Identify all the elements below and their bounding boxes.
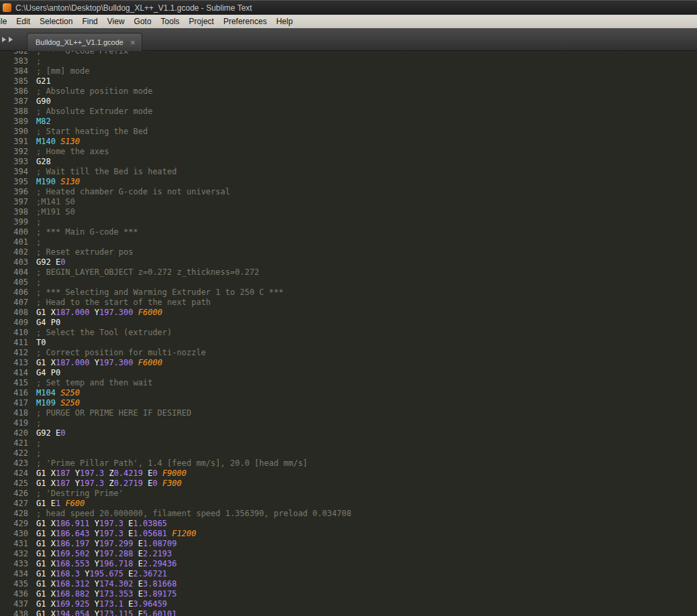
- code-line[interactable]: 417M109 S250: [0, 398, 697, 408]
- code-line[interactable]: 389M82: [0, 117, 697, 127]
- code-line[interactable]: 426; 'Destring Prime': [0, 489, 697, 499]
- token-command: E: [133, 539, 143, 548]
- code-line[interactable]: 425G1 X187 Y197.3 Z0.2719 E0 F300: [0, 479, 697, 489]
- title-bar[interactable]: C:\Users\anton\Desktop\Bulldog_XL++_V1.1…: [0, 0, 697, 15]
- code-line[interactable]: 405;: [0, 278, 697, 288]
- code-line[interactable]: 422;: [0, 448, 697, 458]
- code-line[interactable]: 434G1 X168.3 Y195.675 E2.36721: [0, 569, 697, 579]
- code-line[interactable]: 438G1 X194.054 Y173.115 E5.60101: [0, 609, 697, 616]
- menu-item-selection[interactable]: Selection: [35, 15, 77, 28]
- code-line[interactable]: 398;M191 S0: [0, 207, 697, 217]
- token-command: Y: [89, 539, 99, 548]
- code-text: M190 S130: [36, 177, 80, 187]
- code-line[interactable]: 386; Absolute position mode: [0, 86, 697, 97]
- code-line[interactable]: 420G92 E0: [0, 428, 697, 438]
- tab-scroll-right-icon[interactable]: [9, 37, 13, 42]
- code-line[interactable]: 424G1 X187 Y197.3 Z0.4219 E0 F9000: [0, 469, 697, 479]
- code-line[interactable]: 384; [mm] mode: [0, 66, 697, 76]
- line-number: 394: [0, 167, 28, 177]
- line-number: 388: [0, 107, 28, 117]
- line-number: 421: [0, 438, 28, 448]
- code-line[interactable]: 410; Select the Tool (extruder): [0, 328, 697, 338]
- token-number: 1.03865: [133, 519, 168, 528]
- editor-area[interactable]: 382; *** G-code Prefix ***383;384; [mm] …: [0, 51, 697, 616]
- code-line[interactable]: 418; PURGE OR PRIME HERE IF DESIRED: [0, 408, 697, 418]
- menu-item-find[interactable]: Find: [77, 15, 102, 28]
- code-line[interactable]: 383;: [0, 56, 697, 66]
- code-line[interactable]: 429G1 X186.911 Y197.3 E1.03865: [0, 519, 697, 529]
- code-line[interactable]: 400; *** Main G-code ***: [0, 227, 697, 237]
- code-line[interactable]: 408G1 X187.000 Y197.300 F6000: [0, 308, 697, 318]
- code-line[interactable]: 436G1 X168.882 Y173.353 E3.89175: [0, 589, 697, 599]
- code-line[interactable]: 385G21: [0, 76, 697, 86]
- code-text: M140 S130: [36, 137, 80, 147]
- line-number: 430: [0, 529, 28, 539]
- menu-item-tools[interactable]: Tools: [156, 15, 184, 28]
- menu-item-help[interactable]: Help: [272, 15, 298, 28]
- line-number: 420: [0, 428, 28, 438]
- token-number: 2.29436: [143, 559, 177, 568]
- code-line[interactable]: 399;: [0, 217, 697, 227]
- token-number: 196.718: [99, 559, 133, 568]
- code-line[interactable]: 435G1 X168.312 Y174.302 E3.81668: [0, 579, 697, 589]
- code-line[interactable]: 431G1 X186.197 Y197.299 E1.08709: [0, 539, 697, 549]
- code-line[interactable]: 402; Reset extruder pos: [0, 247, 697, 257]
- token-parameter: S130: [60, 177, 80, 186]
- code-line[interactable]: 409G4 P0: [0, 318, 697, 328]
- line-number: 404: [0, 267, 28, 278]
- code-line[interactable]: 415; Set temp and then wait: [0, 378, 697, 388]
- code-line[interactable]: 413G1 X187.000 Y197.300 F6000: [0, 358, 697, 368]
- code-line[interactable]: 391M140 S130: [0, 137, 697, 147]
- code-line[interactable]: 419;: [0, 418, 697, 428]
- code-line[interactable]: 382; *** G-code Prefix ***: [0, 51, 697, 56]
- token-number: 187.000: [56, 358, 90, 367]
- code-text: G1 E1 F600: [36, 499, 85, 509]
- code-line[interactable]: 407; Head to the start of the next path: [0, 298, 697, 308]
- code-line[interactable]: 411T0: [0, 338, 697, 348]
- code-line[interactable]: 416M104 S250: [0, 388, 697, 398]
- menu-item-goto[interactable]: Goto: [129, 15, 156, 28]
- token-command: G1 X: [36, 579, 56, 589]
- code-line[interactable]: 437G1 X169.925 Y173.1 E3.96459: [0, 599, 697, 609]
- line-number: 422: [0, 448, 28, 458]
- token-number: 197.300: [99, 308, 133, 317]
- code-line[interactable]: 401;: [0, 237, 697, 247]
- code-line[interactable]: 428; head speed 20.000000, filament spee…: [0, 509, 697, 519]
- code-line[interactable]: 394; Wait till the Bed is heated: [0, 167, 697, 177]
- token-command: E: [133, 549, 143, 558]
- tab-scroll-left-icon[interactable]: [2, 37, 6, 42]
- code-line[interactable]: 390; Start heating the Bed: [0, 127, 697, 137]
- code-line[interactable]: 388; Absolute Extruder mode: [0, 107, 697, 117]
- code-text: ; head speed 20.000000, filament speed 1…: [36, 509, 352, 519]
- code-line[interactable]: 432G1 X169.502 Y197.288 E2.2193: [0, 549, 697, 559]
- menu-item-view[interactable]: View: [103, 15, 129, 28]
- menu-item-file[interactable]: File: [0, 15, 11, 28]
- code-line[interactable]: 412; Correct position for multi-nozzle: [0, 348, 697, 358]
- token-number: 169.502: [56, 549, 90, 558]
- code-line[interactable]: 433G1 X168.553 Y196.718 E2.29436: [0, 559, 697, 569]
- code-line[interactable]: 387G90: [0, 97, 697, 107]
- code-line[interactable]: 421;: [0, 438, 697, 448]
- code-line[interactable]: 423; 'Prime Pillar Path', 1.4 [feed mm/s…: [0, 458, 697, 469]
- menu-item-preferences[interactable]: Preferences: [219, 15, 272, 28]
- line-number: 410: [0, 328, 28, 338]
- menu-item-project[interactable]: Project: [184, 15, 219, 28]
- token-parameter: F6000: [138, 358, 162, 367]
- code-line[interactable]: 395M190 S130: [0, 177, 697, 187]
- tab-bulldog-gcode[interactable]: Bulldog_XL++_V1.1.gcode ×: [27, 33, 142, 51]
- code-line[interactable]: 403G92 E0: [0, 257, 697, 267]
- code-text: G4 P0: [36, 368, 60, 378]
- menu-item-edit[interactable]: Edit: [11, 15, 35, 28]
- token-number: 0: [60, 428, 65, 438]
- code-line[interactable]: 396; Heated chamber G-code is not univer…: [0, 187, 697, 197]
- code-line[interactable]: 393G28: [0, 157, 697, 167]
- code-line[interactable]: 430G1 X186.643 Y197.3 E1.05681 F1200: [0, 529, 697, 539]
- tab-close-icon[interactable]: ×: [130, 38, 136, 47]
- code-line[interactable]: 414G4 P0: [0, 368, 697, 378]
- code-line[interactable]: 427G1 E1 F600: [0, 499, 697, 509]
- sublime-app-icon[interactable]: [3, 3, 11, 12]
- code-line[interactable]: 404; BEGIN_LAYER_OBJECT z=0.272 z_thickn…: [0, 267, 697, 278]
- code-line[interactable]: 392; Home the axes: [0, 147, 697, 157]
- code-line[interactable]: 397;M141 S0: [0, 197, 697, 207]
- code-line[interactable]: 406; *** Selecting and Warming Extruder …: [0, 288, 697, 298]
